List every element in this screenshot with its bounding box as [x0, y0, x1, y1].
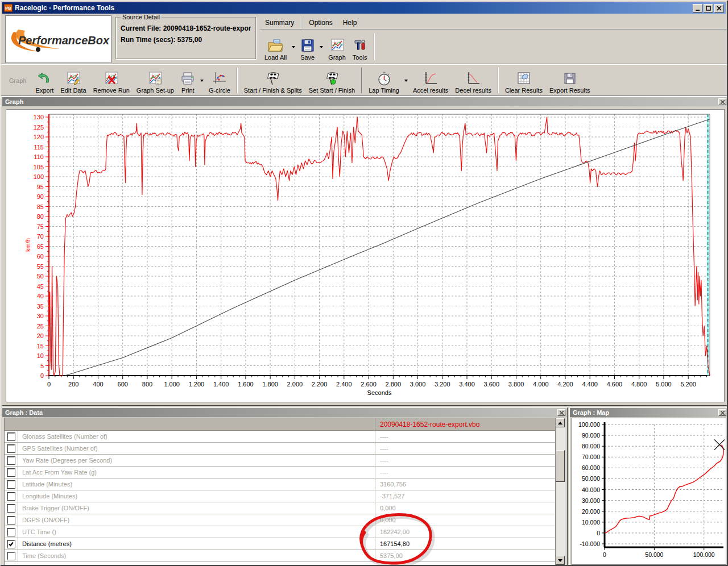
channel-checkbox[interactable] — [7, 540, 15, 548]
accel-results-button[interactable]: Accel results — [410, 65, 452, 95]
route-map-chart[interactable]: 100.00090.00080.00070.00060.00050.00040.… — [572, 418, 726, 565]
lap-timing-button[interactable]: Lap Timing — [365, 65, 403, 95]
svg-text:1.400: 1.400 — [213, 381, 229, 388]
stopwatch-icon — [377, 71, 391, 86]
channel-checkbox[interactable] — [7, 517, 15, 524]
svg-text:20: 20 — [37, 332, 44, 339]
svg-text:4.800: 4.800 — [631, 381, 647, 388]
gcircle-icon — [213, 71, 226, 86]
close-button[interactable] — [714, 4, 724, 13]
row-checkbox-cell — [5, 550, 18, 561]
svg-text:50.000: 50.000 — [582, 475, 600, 482]
minimize-button[interactable] — [693, 4, 702, 13]
export-button[interactable]: Export — [32, 65, 57, 95]
map-panel-title[interactable]: Graph : Map — [570, 408, 728, 417]
table-row-latitude-minutes[interactable]: Latitude (Minutes)3160,756 — [5, 478, 565, 490]
svg-text:105: 105 — [34, 164, 44, 170]
scroll-down-button[interactable] — [556, 556, 565, 565]
data-panel-title[interactable]: Graph : Data — [2, 408, 567, 417]
channel-checkbox[interactable] — [7, 505, 15, 512]
channel-checkbox[interactable] — [7, 469, 15, 476]
svg-text:800: 800 — [142, 381, 152, 388]
channel-checkbox[interactable] — [7, 528, 15, 536]
window-titlebar[interactable]: PB Racelogic - Performance Tools — [2, 2, 726, 14]
save-button[interactable]: Save — [297, 31, 318, 63]
graph-setup-icon — [148, 71, 162, 86]
graph-set-up-button[interactable]: Graph Set-up — [133, 65, 177, 95]
channel-value: 0,000 — [375, 514, 565, 526]
speed-time-chart[interactable]: 02004006008001.0001.2001.4001.6001.8002.… — [6, 109, 725, 402]
data-panel-close-button[interactable] — [557, 409, 565, 416]
lap-timing-dropdown-arrow[interactable] — [403, 65, 410, 95]
map-panel-close-button[interactable] — [718, 409, 726, 416]
start-finish-splits-button[interactable]: Start / Finish & Splits — [241, 65, 305, 95]
menu-item-help[interactable]: Help — [338, 18, 362, 28]
svg-text:2.400: 2.400 — [336, 381, 352, 388]
graph-button[interactable]: Graph — [325, 31, 349, 63]
menu-item-summary[interactable]: Summary — [260, 18, 299, 28]
svg-text:4.600: 4.600 — [607, 381, 623, 388]
toolbar-separator — [237, 68, 238, 93]
svg-text:5: 5 — [40, 363, 44, 369]
export-arrow-icon — [37, 71, 52, 86]
table-row-longitude-minutes[interactable]: Longitude (Minutes)-371,527 — [5, 490, 565, 502]
g-circle-button-label: G-circle — [209, 87, 230, 94]
table-row-dgps-on-off[interactable]: DGPS (ON/OFF)0,000 — [5, 514, 565, 526]
table-row-brake-trigger-on-off[interactable]: Brake Trigger (ON/OFF)0,000 — [5, 502, 565, 514]
export-results-button[interactable]: Export Results — [546, 65, 594, 95]
window-title: Racelogic - Performance Tools — [15, 4, 692, 12]
scroll-up-button[interactable] — [556, 418, 565, 427]
channel-checkbox[interactable] — [7, 445, 15, 452]
graph-panel-close-button[interactable] — [718, 98, 726, 105]
save-dropdown-arrow[interactable] — [318, 31, 325, 63]
svg-text:3.800: 3.800 — [508, 381, 524, 388]
svg-text:4.400: 4.400 — [582, 381, 598, 388]
decel-results-button[interactable]: Decel results — [452, 65, 495, 95]
svg-text:100.000: 100.000 — [693, 551, 715, 558]
checkered-flag-green-icon — [324, 71, 340, 86]
channel-checkbox[interactable] — [7, 481, 15, 488]
data-table-scrollbar[interactable] — [555, 418, 565, 565]
remove-run-button-label: Remove Run — [93, 87, 130, 94]
channel-checkbox[interactable] — [7, 493, 15, 500]
remove-run-button[interactable]: Remove Run — [90, 65, 133, 95]
tools-button[interactable]: Tools — [349, 31, 371, 63]
load-all-button[interactable]: Load All — [261, 31, 290, 63]
svg-text:200: 200 — [68, 381, 78, 388]
channel-checkbox[interactable] — [7, 433, 15, 440]
graph-panel-title[interactable]: Graph — [2, 97, 728, 106]
g-circle-button[interactable]: G-circle — [205, 65, 234, 95]
svg-text:1.600: 1.600 — [238, 381, 254, 388]
print-dropdown-arrow[interactable] — [198, 65, 205, 95]
table-row-yaw-rate-degrees-per-second[interactable]: Yaw Rate (Degrees per Second)---- — [5, 455, 565, 467]
svg-text:50.000: 50.000 — [645, 551, 663, 558]
table-row-lat-acc-from-yaw-rate-g[interactable]: Lat Acc From Yaw Rate (g)---- — [5, 467, 565, 478]
svg-text:100: 100 — [34, 173, 44, 180]
table-row-time-seconds[interactable]: Time (Seconds)5375,00 — [5, 550, 565, 562]
data-table-header-left — [5, 418, 375, 430]
row-checkbox-cell — [5, 490, 18, 502]
channel-label: Glonass Satellites (Number of) — [18, 431, 375, 442]
tools-hammer-icon — [353, 38, 367, 53]
scroll-thumb[interactable] — [556, 450, 565, 482]
table-row-utc-time[interactable]: UTC Time ()162242,00 — [5, 526, 565, 538]
table-row-gps-satellites-number-of[interactable]: GPS Satellites (Number of)---- — [5, 443, 565, 455]
edit-data-button-label: Edit Data — [60, 87, 86, 94]
svg-text:30.000: 30.000 — [582, 497, 600, 504]
svg-text:60: 60 — [37, 253, 44, 260]
table-row-glonass-satellites-number-of[interactable]: Glonass Satellites (Number of)---- — [5, 431, 565, 443]
maximize-button[interactable] — [704, 4, 713, 13]
accel-curve-icon — [424, 71, 437, 86]
menu-item-options[interactable]: Options — [304, 18, 337, 28]
channel-checkbox[interactable] — [7, 457, 15, 464]
clear-results-button[interactable]: Clear Results — [502, 65, 546, 95]
table-row-distance-metres[interactable]: Distance (metres)167154,80 — [5, 538, 565, 550]
set-start-finish-button[interactable]: Set Start / Finish — [305, 65, 358, 95]
channel-checkbox[interactable] — [7, 552, 15, 560]
edit-data-button[interactable]: Edit Data — [57, 65, 89, 95]
channel-label: DGPS (ON/OFF) — [18, 514, 375, 526]
load-all-dropdown-arrow[interactable] — [290, 31, 297, 63]
row-checkbox-cell — [5, 502, 18, 514]
svg-text:400: 400 — [93, 381, 103, 388]
print-button[interactable]: Print — [177, 65, 198, 95]
